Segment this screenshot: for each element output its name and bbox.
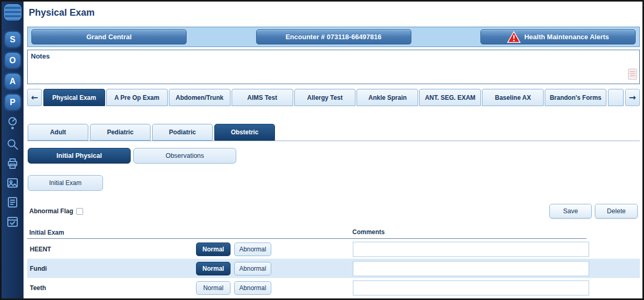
notes-label: Notes: [31, 52, 50, 60]
category-tab-podiatric[interactable]: Podiatric: [152, 124, 213, 141]
category-tab-obstetric[interactable]: Obstetric: [214, 124, 275, 141]
column-header-initial-exam: Initial Exam: [29, 229, 64, 236]
form-tab-strip: ← Physical ExamA Pre Op ExamAbdomen/Trun…: [27, 89, 640, 106]
alert-triangle-icon: [507, 31, 521, 43]
initial-exam-button[interactable]: Initial Exam: [28, 175, 103, 191]
section-tabs: Initial PhysicalObservations: [28, 148, 236, 164]
section-tab-observations[interactable]: Observations: [133, 148, 236, 164]
sidebar-icons: [6, 117, 19, 235]
health-maintenance-alerts-button[interactable]: Health Maintenance Alerts: [480, 29, 636, 44]
abnormal-flag-row: Abnormal Flag: [29, 207, 83, 215]
form-tab-allergy-test[interactable]: Allergy Test: [294, 89, 356, 106]
form-tab-partial[interactable]: [608, 89, 624, 106]
section-tab-initial-physical[interactable]: Initial Physical: [28, 148, 131, 164]
form-tab-brandon-s-forms[interactable]: Brandon's Forms: [545, 89, 606, 106]
page-title: Physical Exam: [29, 7, 95, 18]
table-header-rule: [27, 238, 586, 239]
encounter-button[interactable]: Encounter # 073118-66497816: [256, 29, 411, 44]
sidebar-soap-a[interactable]: A: [5, 74, 20, 89]
comment-input[interactable]: [353, 261, 589, 276]
comment-input[interactable]: [353, 241, 589, 257]
column-header-comments: Comments: [352, 228, 385, 236]
abnormal-flag-checkbox[interactable]: [76, 208, 83, 215]
exam-row-teeth: TeethNormalAbnormal: [27, 278, 640, 297]
scroll-right-button[interactable]: →: [625, 89, 640, 106]
form-tab-ankle-sprain[interactable]: Ankle Sprain: [356, 89, 418, 106]
sidebar-soap-s[interactable]: S: [5, 32, 20, 47]
image-icon[interactable]: [6, 177, 19, 189]
sidebar-soap-o[interactable]: O: [5, 53, 20, 68]
health-maintenance-alerts-label: Health Maintenance Alerts: [524, 33, 609, 41]
save-button[interactable]: Save: [549, 204, 592, 218]
category-tab-pediatric[interactable]: Pediatric: [90, 124, 151, 141]
search-icon[interactable]: [6, 138, 19, 151]
notes-input[interactable]: [30, 62, 620, 82]
comment-input[interactable]: [353, 280, 589, 295]
exam-row-fundi: FundiNormalAbnormal: [27, 259, 640, 278]
notes-icon[interactable]: [6, 196, 19, 209]
physical-exam-window: SOAP Physical Exam Grand Central Encount…: [0, 0, 644, 300]
normal-button[interactable]: Normal: [196, 281, 231, 295]
form-tab-physical-exam[interactable]: Physical Exam: [43, 89, 105, 106]
soap-letters: SOAP: [5, 32, 20, 116]
encounter-label: Encounter # 073118-66497816: [285, 33, 382, 41]
menu-icon[interactable]: [4, 4, 21, 20]
abnormal-flag-label: Abnormal Flag: [29, 207, 73, 215]
normal-button[interactable]: Normal: [196, 243, 231, 256]
category-tabs-underline: [27, 141, 640, 141]
dictation-icon[interactable]: [6, 117, 19, 131]
main-panel: Physical Exam Grand Central Encounter # …: [24, 2, 642, 298]
tasks-icon[interactable]: [6, 215, 19, 228]
grand-central-label: Grand Central: [86, 33, 132, 41]
patient-banner: Grand Central Encounter # 073118-6649781…: [27, 27, 640, 47]
exam-item-label: HEENT: [30, 246, 51, 253]
left-toolbar: SOAP: [2, 2, 24, 298]
exam-rows: HEENTNormalAbnormalFundiNormalAbnormalTe…: [27, 239, 640, 297]
form-tab-baseline-ax[interactable]: Baseline AX: [482, 89, 544, 106]
form-tab-a-pre-op-exam[interactable]: A Pre Op Exam: [106, 89, 168, 106]
notes-section: Notes: [27, 50, 640, 84]
abnormal-button[interactable]: Abnormal: [234, 243, 271, 256]
abnormal-button[interactable]: Abnormal: [234, 262, 271, 275]
normal-button[interactable]: Normal: [196, 262, 231, 275]
form-tab-ant-seg-exam[interactable]: ANT. SEG. EXAM: [419, 89, 481, 106]
print-icon[interactable]: [6, 157, 19, 170]
category-tab-adult[interactable]: Adult: [28, 124, 88, 141]
scroll-left-button[interactable]: ←: [27, 89, 42, 106]
delete-button[interactable]: Delete: [595, 204, 638, 218]
form-tabs: Physical ExamA Pre Op ExamAbdomen/TrunkA…: [43, 89, 606, 106]
exam-item-label: Teeth: [30, 284, 46, 292]
form-tab-aims-test[interactable]: AIMS Test: [232, 89, 293, 106]
exam-row-heent: HEENTNormalAbnormal: [27, 239, 640, 259]
form-tab-abdomen-trunk[interactable]: Abdomen/Trunk: [169, 89, 231, 106]
notepad-icon[interactable]: [627, 68, 638, 83]
category-tabs: AdultPediatricPodiatricObstetric: [28, 124, 275, 141]
abnormal-button[interactable]: Abnormal: [234, 281, 271, 295]
grand-central-button[interactable]: Grand Central: [31, 29, 187, 44]
sidebar-soap-p[interactable]: P: [5, 95, 20, 110]
exam-item-label: Fundi: [30, 265, 47, 272]
